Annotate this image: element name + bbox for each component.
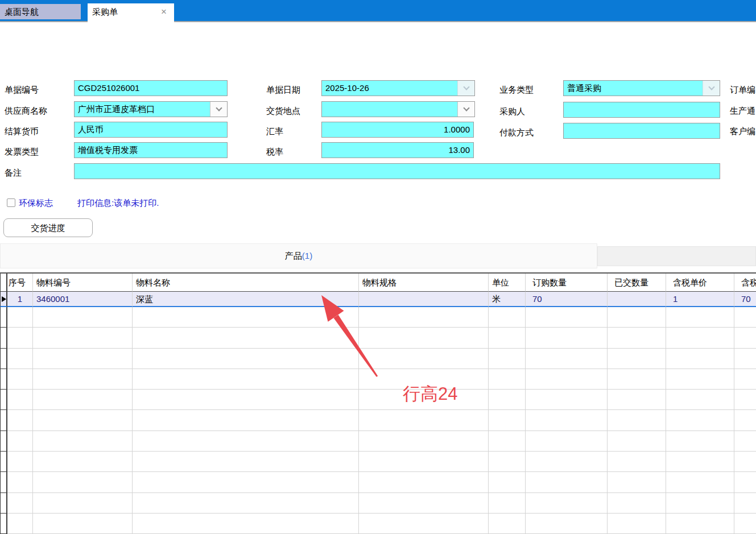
- cell-material-code[interactable]: 3460001: [33, 292, 133, 307]
- exchange-rate-label: 汇率: [266, 126, 283, 137]
- cell-tax-price[interactable]: 1: [666, 292, 734, 307]
- row-selector-cell: [0, 472, 7, 492]
- empty-grid-row[interactable]: [0, 493, 756, 514]
- invoice-type-input[interactable]: 增值税专用发票: [74, 142, 228, 158]
- tab-products[interactable]: 产品(1): [0, 243, 597, 268]
- empty-cell: [734, 431, 756, 452]
- cell-order-qty[interactable]: 70: [526, 292, 608, 307]
- purchaser-input[interactable]: [563, 102, 720, 118]
- row-selector-cell: [0, 349, 7, 369]
- empty-cell: [608, 307, 666, 328]
- empty-cell: [33, 431, 133, 452]
- cell-tax-amount[interactable]: 70: [734, 292, 756, 307]
- row-selector-cell: [0, 307, 7, 328]
- delivery-place-label: 交货地点: [266, 105, 300, 117]
- tax-rate-input[interactable]: 13.00: [321, 142, 474, 158]
- delivery-place-value: [322, 102, 457, 117]
- row-selector-cell: [0, 369, 7, 390]
- empty-cell: [666, 472, 734, 492]
- chevron-down-icon: [463, 105, 469, 111]
- empty-cell: [608, 431, 666, 452]
- empty-cell: [7, 493, 33, 514]
- eco-flag-label: 环保标志: [19, 198, 53, 209]
- empty-cell: [608, 369, 666, 390]
- empty-cell: [734, 328, 756, 348]
- invoice-type-label: 发票类型: [5, 146, 39, 158]
- empty-cell: [666, 493, 734, 514]
- order-no-label: 订单编: [730, 84, 755, 96]
- empty-cell: [734, 410, 756, 430]
- col-header-seq[interactable]: 序号: [7, 274, 33, 292]
- delivery-progress-button[interactable]: 交货进度: [3, 218, 93, 237]
- col-header-material-code[interactable]: 物料编号: [33, 274, 133, 292]
- empty-cell: [734, 349, 756, 369]
- empty-cell: [7, 349, 33, 369]
- empty-cell: [608, 493, 666, 514]
- cell-delivered-qty[interactable]: [608, 292, 666, 307]
- row-selector-cell: [0, 390, 7, 410]
- annotation-arrow-icon: [307, 284, 495, 415]
- empty-cell: [33, 349, 133, 369]
- empty-cell: [133, 452, 359, 472]
- prod-notice-label: 生产通: [730, 105, 755, 117]
- tab-label: 采购单: [92, 7, 118, 16]
- empty-cell: [608, 349, 666, 369]
- doc-date-label: 单据日期: [266, 84, 300, 96]
- remark-input[interactable]: [74, 163, 720, 179]
- delivery-place-select[interactable]: [321, 101, 475, 117]
- empty-cell: [526, 472, 608, 492]
- col-header-tax-price[interactable]: 含税单价: [666, 274, 734, 292]
- empty-cell: [7, 431, 33, 452]
- row-selector-cell[interactable]: [0, 292, 7, 307]
- row-selector-cell: [0, 431, 7, 452]
- empty-cell: [33, 410, 133, 430]
- empty-cell: [7, 410, 33, 430]
- tab-products-count: (1): [302, 251, 312, 260]
- currency-input[interactable]: 人民币: [74, 122, 228, 138]
- empty-cell: [359, 514, 489, 534]
- empty-cell: [133, 514, 359, 534]
- exchange-rate-input[interactable]: 1.0000: [321, 122, 474, 138]
- empty-cell: [526, 452, 608, 472]
- empty-cell: [526, 307, 608, 328]
- purchaser-label: 采购人: [499, 106, 525, 117]
- payment-label: 付款方式: [499, 127, 534, 138]
- tab-label: 桌面导航: [5, 7, 39, 16]
- col-header-tax-amount[interactable]: 含税: [734, 274, 756, 292]
- empty-grid-row[interactable]: [0, 514, 756, 534]
- remark-label: 备注: [5, 167, 22, 179]
- empty-cell: [133, 472, 359, 492]
- print-info-text: 打印信息:该单未打印.: [77, 198, 159, 209]
- empty-cell: [666, 369, 734, 390]
- empty-grid-row[interactable]: [0, 472, 756, 492]
- eco-flag-checkbox[interactable]: [7, 198, 15, 207]
- doc-no-label: 单据编号: [5, 84, 39, 96]
- supplier-select[interactable]: 广州市正通皮革档口: [74, 101, 228, 117]
- close-icon[interactable]: ×: [158, 3, 170, 20]
- chevron-down-icon: [463, 84, 469, 90]
- doc-date-dropdown-button[interactable]: [457, 81, 474, 96]
- row-selector-header: [0, 274, 7, 292]
- delivery-place-dropdown-button[interactable]: [457, 102, 474, 117]
- empty-cell: [489, 452, 526, 472]
- biz-type-select[interactable]: 普通采购: [563, 80, 720, 96]
- empty-cell: [7, 307, 33, 328]
- empty-grid-row[interactable]: [0, 431, 756, 452]
- col-header-delivered-qty[interactable]: 已交数量: [608, 274, 666, 292]
- empty-cell: [526, 514, 608, 534]
- doc-no-input[interactable]: CGD251026001: [74, 80, 228, 96]
- payment-input[interactable]: [563, 123, 720, 139]
- doc-date-select[interactable]: 2025-10-26: [321, 80, 475, 96]
- empty-grid-row[interactable]: [0, 452, 756, 472]
- tab-desktop-navigation[interactable]: 桌面导航: [0, 4, 81, 19]
- biz-type-dropdown-button[interactable]: [703, 81, 720, 96]
- empty-cell: [608, 390, 666, 410]
- empty-cell: [359, 431, 489, 452]
- empty-cell: [359, 452, 489, 472]
- cell-seq[interactable]: 1: [7, 292, 33, 307]
- currency-label: 结算货币: [5, 126, 39, 137]
- supplier-dropdown-button[interactable]: [210, 102, 227, 117]
- empty-cell: [666, 514, 734, 534]
- col-header-order-qty[interactable]: 订购数量: [526, 274, 608, 292]
- tab-purchase-order[interactable]: 采购单 ×: [88, 3, 174, 22]
